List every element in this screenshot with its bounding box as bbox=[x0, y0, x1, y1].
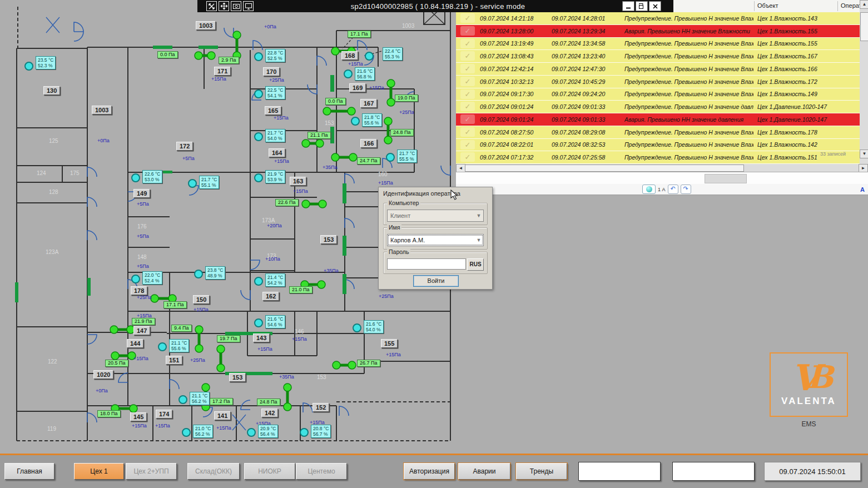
alarm-row[interactable]: ✓09.07.2024 12:42:1409.07.2024 12:47:30П… bbox=[456, 63, 860, 76]
climate-sensor-readout[interactable]: 22.6 °C53.0 % bbox=[142, 170, 162, 183]
climate-sensor-icon[interactable] bbox=[386, 153, 395, 162]
operator-name-select[interactable]: Карпов А.М. ▼ bbox=[387, 234, 484, 246]
close-button[interactable] bbox=[649, 1, 661, 11]
ack-checkbox[interactable]: ✓ bbox=[460, 13, 475, 23]
climate-sensor-icon[interactable] bbox=[254, 132, 263, 141]
climate-sensor-icon[interactable] bbox=[365, 52, 374, 61]
pressure-readout[interactable]: 2.9 Па bbox=[219, 57, 239, 64]
climate-sensor-icon[interactable] bbox=[188, 179, 197, 188]
alarm-row[interactable]: ✓09.07.2024 07:17:3209.07.2024 07:25:58П… bbox=[456, 151, 860, 164]
room-button[interactable]: 145 bbox=[130, 412, 147, 421]
nav-button-тренды[interactable]: Тренды bbox=[516, 463, 567, 480]
room-button[interactable]: 1020 bbox=[93, 370, 113, 379]
climate-sensor-readout[interactable]: 22.0 °C52.4 % bbox=[142, 271, 162, 285]
alarm-row[interactable]: ✓09.07.2024 13:08:4309.07.2024 13:23:40П… bbox=[456, 50, 860, 63]
climate-sensor-readout[interactable]: 23.8 °C48.9 % bbox=[205, 266, 225, 280]
ack-checkbox[interactable]: ✓ bbox=[460, 77, 475, 86]
climate-sensor-readout[interactable]: 20.8 °C56.7 % bbox=[311, 425, 331, 438]
climate-sensor-readout[interactable]: 22.8 °C52.5 % bbox=[265, 49, 285, 62]
alarm-row[interactable]: ✓09.07.2024 08:27:5009.07.2024 08:29:08П… bbox=[456, 126, 860, 139]
climate-sensor-readout[interactable]: 21.6 °C54.0 % bbox=[364, 320, 384, 333]
column-header-object[interactable]: Объект bbox=[757, 2, 778, 9]
vertical-scroll-thumb[interactable] bbox=[860, 12, 868, 41]
filter-box[interactable] bbox=[705, 174, 747, 183]
climate-sensor-readout[interactable]: 21.0 °C56.2 % bbox=[193, 425, 213, 438]
ack-checkbox[interactable]: ✓ bbox=[460, 26, 475, 36]
ack-checkbox[interactable]: ✓ bbox=[460, 114, 475, 124]
climate-sensor-icon[interactable] bbox=[344, 69, 353, 78]
room-button[interactable]: 152 bbox=[313, 403, 329, 412]
scroll-down-icon[interactable]: ▼ bbox=[860, 150, 868, 158]
climate-sensor-icon[interactable] bbox=[131, 173, 140, 182]
pressure-readout[interactable]: 17.1 Па bbox=[348, 31, 371, 38]
climate-sensor-icon[interactable] bbox=[300, 428, 309, 437]
room-button[interactable]: 153 bbox=[229, 373, 246, 382]
climate-sensor-readout[interactable]: 21.1 °C55.6 % bbox=[169, 339, 189, 352]
climate-sensor-icon[interactable] bbox=[24, 62, 33, 71]
ack-checkbox[interactable]: ✓ bbox=[460, 51, 475, 61]
room-button[interactable]: 1003 bbox=[92, 106, 112, 114]
horizontal-scroll-thumb[interactable] bbox=[465, 165, 744, 172]
room-button[interactable]: 162 bbox=[262, 292, 279, 301]
pressure-readout[interactable]: 19.7 Па bbox=[217, 335, 240, 342]
climate-sensor-icon[interactable] bbox=[158, 342, 167, 351]
ack-checkbox[interactable]: ✓ bbox=[460, 64, 475, 73]
login-submit-button[interactable]: Войти bbox=[413, 275, 459, 287]
pressure-readout[interactable]: 21.0 Па bbox=[289, 286, 313, 293]
climate-sensor-icon[interactable] bbox=[254, 52, 263, 61]
climate-sensor-icon[interactable] bbox=[254, 277, 263, 286]
room-button[interactable]: 155 bbox=[381, 339, 398, 348]
camera-icon[interactable] bbox=[231, 1, 241, 11]
alarm-row[interactable]: ✓09.07.2024 13:19:4909.07.2024 13:34:58П… bbox=[456, 38, 860, 51]
pressure-readout[interactable]: 26.7 Па bbox=[357, 360, 380, 367]
room-button[interactable]: 167 bbox=[360, 99, 377, 108]
climate-sensor-readout[interactable]: 21.8 °C55.6 % bbox=[362, 113, 382, 127]
alarm-row[interactable]: ✓09.07.2024 08:22:0109.07.2024 08:32:53П… bbox=[456, 139, 860, 152]
climate-sensor-icon[interactable] bbox=[254, 173, 263, 182]
restore-button[interactable] bbox=[636, 1, 648, 11]
climate-sensor-icon[interactable] bbox=[194, 270, 203, 278]
password-input[interactable] bbox=[387, 258, 466, 270]
room-button[interactable]: 142 bbox=[261, 409, 278, 417]
alarm-row[interactable]: ✓09.07.2024 13:28:0009.07.2024 13:29:34А… bbox=[456, 25, 860, 38]
climate-sensor-readout[interactable]: 23.5 °C52.3 % bbox=[36, 56, 56, 69]
alarm-row[interactable]: ✓09.07.2024 14:21:1809.07.2024 14:28:01П… bbox=[456, 12, 860, 25]
pressure-readout[interactable]: 17.1 Па bbox=[163, 301, 187, 308]
ack-checkbox[interactable]: ✓ bbox=[460, 140, 475, 150]
ack-checkbox[interactable]: ✓ bbox=[460, 39, 475, 48]
room-button[interactable]: 171 bbox=[214, 67, 231, 76]
room-button[interactable]: 1003 bbox=[196, 21, 216, 30]
pressure-readout[interactable]: 20.5 Па bbox=[105, 360, 128, 367]
column-header-operator[interactable]: Операт bbox=[841, 2, 862, 9]
disconnect-icon[interactable] bbox=[206, 1, 217, 11]
nav-button-аварии[interactable]: Аварии bbox=[458, 463, 510, 480]
room-button[interactable]: 164 bbox=[269, 148, 285, 157]
alarm-row[interactable]: ✓09.07.2024 09:17:3009.07.2024 09:24:20П… bbox=[456, 88, 860, 101]
nav-button-главная[interactable]: Главная bbox=[4, 463, 54, 480]
pressure-readout[interactable]: 19.0 Па bbox=[395, 94, 418, 102]
climate-sensor-icon[interactable] bbox=[351, 117, 360, 126]
climate-sensor-icon[interactable] bbox=[254, 89, 263, 98]
room-button[interactable]: 141 bbox=[214, 411, 231, 420]
climate-sensor-readout[interactable]: 21.7 °C55.5 % bbox=[397, 150, 417, 163]
move-icon[interactable] bbox=[219, 1, 229, 11]
room-button[interactable]: 153 bbox=[320, 235, 337, 244]
climate-sensor-icon[interactable] bbox=[247, 428, 256, 437]
climate-sensor-readout[interactable]: 21.1 °C56.2 % bbox=[190, 392, 210, 405]
room-button[interactable]: 165 bbox=[265, 106, 281, 115]
climate-sensor-readout[interactable]: 21.7 °C55.1 % bbox=[199, 176, 219, 189]
climate-sensor-icon[interactable] bbox=[353, 323, 361, 332]
nav-button-авторизация[interactable]: Авторизация bbox=[404, 463, 455, 480]
climate-sensor-icon[interactable] bbox=[254, 318, 263, 327]
pressure-readout[interactable]: 24.8 Па bbox=[257, 399, 280, 406]
pressure-readout[interactable]: 9.4 Па bbox=[171, 325, 192, 332]
ack-checkbox[interactable]: ✓ bbox=[460, 102, 475, 111]
monitor-icon[interactable] bbox=[243, 1, 254, 11]
room-button[interactable]: 144 bbox=[127, 339, 143, 348]
room-button[interactable]: 168 bbox=[341, 51, 358, 60]
climate-sensor-readout[interactable]: 20.9 °C56.4 % bbox=[258, 425, 278, 438]
vertical-scrollbar[interactable]: ▲ ▼ bbox=[860, 0, 868, 164]
pressure-readout[interactable]: 0.0 Па bbox=[325, 98, 346, 105]
climate-sensor-icon[interactable] bbox=[131, 275, 140, 283]
pressure-readout[interactable]: 17.2 Па bbox=[210, 398, 233, 405]
